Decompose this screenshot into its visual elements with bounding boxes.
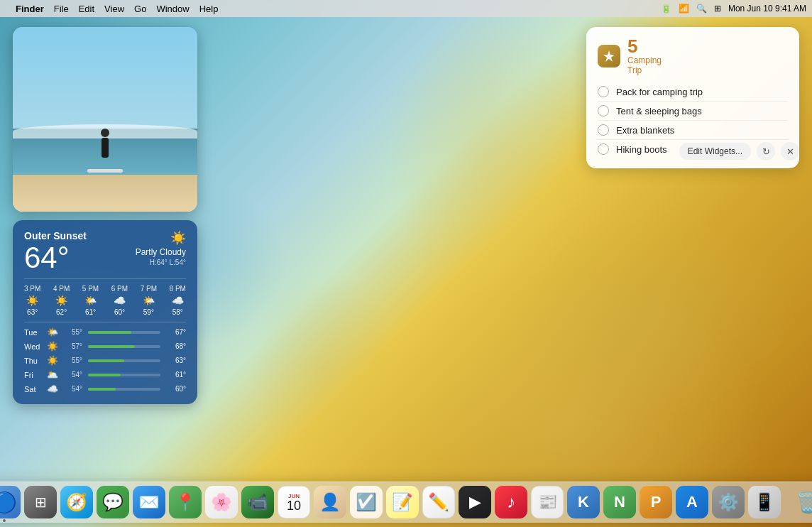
hourly-row: 3 PM ☀️ 63° 4 PM ☀️ 62° 5 PM 🌤️ 61° 6 PM… bbox=[24, 285, 186, 316]
notes-icon: 📝 bbox=[392, 492, 413, 512]
music-icon: ♪ bbox=[507, 492, 515, 512]
widget-rotate-button[interactable]: ↻ bbox=[757, 142, 775, 161]
trash-icon: 🗑️ bbox=[796, 491, 813, 514]
dock-item-news[interactable]: 📰 bbox=[531, 486, 564, 518]
dock-item-reminders[interactable]: ☑️ bbox=[350, 486, 383, 518]
weather-condition-text: Partly Cloudy bbox=[136, 247, 186, 257]
dock-item-pages[interactable]: P bbox=[640, 486, 672, 518]
view-menu[interactable]: View bbox=[104, 4, 124, 14]
reminders-list-name-line2: Trip bbox=[627, 65, 662, 75]
hourly-item-4: 6 PM ☁️ 60° bbox=[111, 285, 128, 316]
hourly-item-6: 8 PM ☁️ 58° bbox=[170, 285, 186, 316]
reminders-dock-icon: ☑️ bbox=[356, 492, 377, 512]
hourly-item-2: 4 PM ☀️ 62° bbox=[53, 285, 70, 316]
menubar: Finder File Edit View Go Window Help 🔋 📶… bbox=[0, 0, 812, 17]
reminder-item-3: Extra blankets bbox=[598, 121, 788, 140]
dock-item-keynote[interactable]: K bbox=[567, 486, 600, 518]
dock-item-freeform[interactable]: ✏️ bbox=[422, 486, 455, 518]
weather-temperature: 64° bbox=[24, 243, 70, 273]
launchpad-icon: ⊞ bbox=[35, 494, 47, 511]
daily-row-wed: Wed ☀️ 57° 68° bbox=[24, 341, 186, 352]
reminder-checkbox-3[interactable] bbox=[598, 124, 609, 136]
reminders-header: 5 Camping Trip bbox=[598, 37, 788, 75]
dock-item-photos[interactable]: 🌸 bbox=[205, 486, 238, 518]
dock-item-mail[interactable]: ✉️ bbox=[133, 486, 165, 518]
weather-condition: Partly Cloudy H:64° L:54° bbox=[136, 247, 186, 266]
dock-item-iphone[interactable]: 📱 bbox=[748, 486, 781, 518]
facetime-icon: 📹 bbox=[247, 492, 268, 512]
reminders-app-icon bbox=[598, 45, 620, 67]
news-icon: 📰 bbox=[538, 493, 557, 511]
dock-item-launchpad[interactable]: ⊞ bbox=[24, 486, 57, 518]
widget-toolbar: Edit Widgets... ↻ ✕ bbox=[679, 142, 799, 161]
appletv-icon: ▶ bbox=[469, 493, 481, 511]
appstore-icon: A bbox=[686, 493, 698, 511]
weather-location: Outer Sunset bbox=[24, 230, 186, 241]
dock-item-facetime[interactable]: 📹 bbox=[241, 486, 274, 518]
dock-item-trash[interactable]: 🗑️ bbox=[791, 486, 812, 518]
finder-menu[interactable]: Finder bbox=[16, 4, 44, 14]
reminder-text-4: Hiking boots bbox=[616, 144, 667, 155]
finder-icon: 🔵 bbox=[0, 491, 17, 514]
go-menu[interactable]: Go bbox=[134, 4, 146, 14]
dock-item-notes[interactable]: 📝 bbox=[386, 486, 419, 518]
dock-item-music[interactable]: ♪ bbox=[495, 486, 527, 518]
weather-widget: Outer Sunset 64° Partly Cloudy H:64° L:5… bbox=[13, 220, 197, 404]
maps-icon: 📍 bbox=[175, 492, 196, 512]
photo-sky bbox=[13, 27, 197, 129]
battery-icon: 🔋 bbox=[661, 4, 671, 13]
dock-separator bbox=[786, 488, 786, 516]
iphone-icon: 📱 bbox=[754, 492, 775, 512]
safari-icon: 🧭 bbox=[66, 492, 87, 512]
help-menu[interactable]: Help bbox=[199, 4, 219, 14]
reminders-title-block: 5 Camping Trip bbox=[627, 37, 662, 75]
reminder-text-3: Extra blankets bbox=[616, 125, 674, 136]
surfer-figure bbox=[94, 129, 116, 171]
dock-item-appletv[interactable]: ▶ bbox=[459, 486, 491, 518]
desktop: Finder File Edit View Go Window Help 🔋 📶… bbox=[0, 0, 812, 527]
freeform-icon: ✏️ bbox=[428, 492, 449, 512]
dock-item-finder[interactable]: 🔵 bbox=[0, 486, 21, 518]
reminder-checkbox-4[interactable] bbox=[598, 143, 609, 155]
file-menu[interactable]: File bbox=[54, 4, 69, 14]
mail-icon: ✉️ bbox=[138, 492, 160, 512]
widget-close-button[interactable]: ✕ bbox=[781, 142, 799, 161]
edit-menu[interactable]: Edit bbox=[79, 4, 94, 14]
settings-icon: ⚙️ bbox=[718, 492, 739, 512]
dock-item-calendar[interactable]: JUN 10 bbox=[278, 486, 310, 518]
weather-temp-row: 64° Partly Cloudy H:64° L:54° bbox=[24, 243, 186, 273]
finder-running-dot bbox=[3, 519, 6, 522]
dock-item-numbers[interactable]: N bbox=[603, 486, 636, 518]
hourly-item-1: 3 PM ☀️ 63° bbox=[24, 285, 40, 316]
surfer-body bbox=[102, 138, 109, 158]
reminder-checkbox-2[interactable] bbox=[598, 105, 609, 116]
dock-item-maps[interactable]: 📍 bbox=[169, 486, 202, 518]
datetime-display: Mon Jun 10 9:41 AM bbox=[728, 4, 806, 13]
contacts-icon: 👤 bbox=[319, 492, 341, 512]
dock-item-safari[interactable]: 🧭 bbox=[60, 486, 93, 518]
numbers-icon: N bbox=[614, 493, 625, 511]
reminder-item-2: Tent & sleeping bags bbox=[598, 102, 788, 121]
messages-icon: 💬 bbox=[102, 492, 124, 512]
daily-row-fri: Fri 🌥️ 54° 61° bbox=[24, 369, 186, 380]
close-icon: ✕ bbox=[786, 146, 794, 157]
dock-item-contacts[interactable]: 👤 bbox=[314, 486, 346, 518]
search-icon[interactable]: 🔍 bbox=[696, 4, 707, 13]
edit-widgets-button[interactable]: Edit Widgets... bbox=[679, 143, 751, 160]
photos-icon: 🌸 bbox=[211, 492, 232, 512]
reminder-checkbox-1[interactable] bbox=[598, 86, 609, 97]
pages-icon: P bbox=[651, 493, 662, 511]
window-menu[interactable]: Window bbox=[156, 4, 189, 14]
dock-item-messages[interactable]: 💬 bbox=[97, 486, 129, 518]
daily-row-tue: Tue 🌤️ 55° 67° bbox=[24, 327, 186, 337]
dock-item-appstore[interactable]: A bbox=[676, 486, 708, 518]
rotate-icon: ↻ bbox=[762, 146, 770, 157]
keynote-icon: K bbox=[578, 493, 589, 511]
surfer-head bbox=[101, 129, 109, 137]
reminders-list-name-line1: Camping bbox=[627, 55, 662, 65]
dock-item-settings[interactable]: ⚙️ bbox=[712, 486, 745, 518]
reminder-item-1: Pack for camping trip bbox=[598, 82, 788, 102]
daily-row-sat: Sat ☁️ 54° 60° bbox=[24, 384, 186, 394]
photos-widget bbox=[13, 27, 197, 212]
control-center-icon[interactable]: ⊞ bbox=[714, 4, 721, 13]
